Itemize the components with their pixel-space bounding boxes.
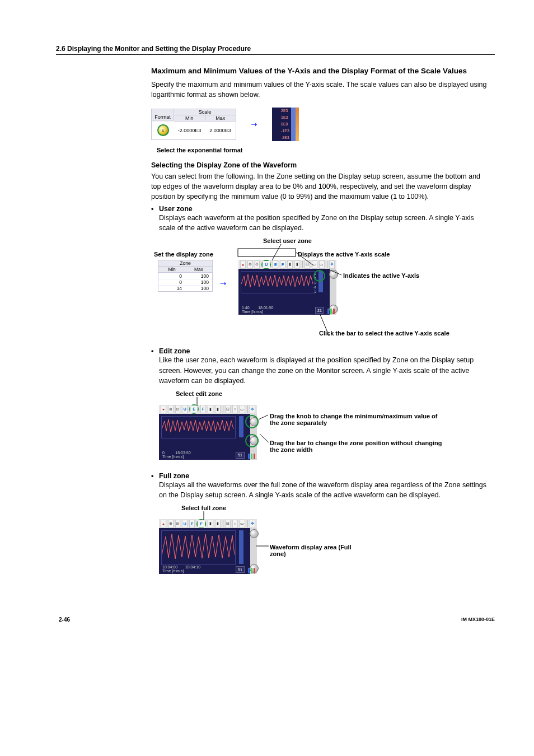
rect-icon[interactable]: ▭ bbox=[319, 260, 325, 269]
zoom-out-icon[interactable]: ⊖ bbox=[175, 520, 181, 528]
bullet-icon: • bbox=[151, 472, 159, 480]
zone-slider[interactable] bbox=[330, 269, 336, 315]
zoom-in-icon[interactable]: ⊕ bbox=[247, 260, 253, 269]
line-icon[interactable]: ○ bbox=[312, 260, 317, 269]
knob-top[interactable] bbox=[250, 529, 259, 538]
mode-icon[interactable]: ▮ bbox=[215, 520, 221, 528]
time-axis: 18:04:00 18:04:10Time [h:m:s] bbox=[162, 565, 200, 573]
move-icon[interactable]: ✥ bbox=[250, 405, 255, 413]
table-row[interactable]: 34100 bbox=[158, 285, 212, 291]
snap-icon[interactable]: ⊟ bbox=[225, 405, 231, 413]
caption-set-zone: Set the display zone bbox=[154, 251, 213, 258]
caption-click-bar: Click the bar to select the active Y-axi… bbox=[319, 330, 449, 337]
move-icon[interactable]: ✥ bbox=[250, 520, 255, 528]
heading-max-min: Maximum and Minimum Values of the Y-Axis… bbox=[151, 65, 487, 77]
waveform-area[interactable] bbox=[241, 271, 315, 293]
waveform-area[interactable] bbox=[161, 530, 236, 565]
snap-icon[interactable]: ⊟ bbox=[225, 520, 231, 528]
svg-line-1 bbox=[272, 244, 281, 260]
channel-bars[interactable] bbox=[248, 454, 255, 459]
knob-top[interactable] bbox=[329, 270, 338, 279]
time-axis: 0 18:03:50Time [h:m:s] bbox=[162, 451, 191, 459]
bullet-edit-zone: Edit zone bbox=[159, 347, 190, 355]
time-axis: 1:40 18:01:50Time [h:m:s] bbox=[242, 306, 273, 314]
separator bbox=[302, 261, 303, 268]
y-axis-strip[interactable] bbox=[239, 416, 243, 437]
rect-icon[interactable]: ▭ bbox=[240, 405, 245, 413]
arrow-icon: ➝ bbox=[251, 120, 257, 129]
user-zone-icon[interactable]: U bbox=[261, 260, 271, 269]
full-zone-icon[interactable]: F bbox=[280, 260, 285, 269]
format-scale-panel: Format Scale Min Max E -2.0000E3 2.0000E bbox=[151, 109, 236, 140]
zone-table-title: Zone bbox=[158, 260, 212, 267]
rect-icon[interactable]: ▭ bbox=[240, 520, 245, 528]
record-icon[interactable]: ● bbox=[161, 405, 166, 413]
zoom-in-icon[interactable]: ⊕ bbox=[168, 405, 174, 413]
table-row[interactable]: 0100 bbox=[158, 279, 212, 285]
zone-slider[interactable] bbox=[250, 528, 257, 574]
caption-active-axis: Indicates the active Y-axis bbox=[343, 272, 419, 279]
user-zone-icon[interactable]: U bbox=[182, 405, 188, 413]
log-scale-preview: 2E3 1E3 0E0 -1E3 -2E3 bbox=[272, 108, 296, 141]
caption-bar: Drag the bar to change the zone position… bbox=[270, 440, 443, 453]
mode-icon[interactable]: ▮ bbox=[208, 520, 213, 528]
min-value[interactable]: -2.0000E3 bbox=[174, 128, 205, 133]
bullet-icon: • bbox=[151, 347, 159, 355]
user-zone-desc: Displays each waveform at the position s… bbox=[159, 213, 487, 233]
separator bbox=[223, 520, 223, 528]
zone-max-head: Max bbox=[185, 267, 212, 272]
move-icon[interactable]: ✥ bbox=[329, 260, 335, 269]
record-icon[interactable]: ● bbox=[240, 260, 246, 269]
snap-icon[interactable]: ⊟ bbox=[305, 260, 310, 269]
bullet-full-zone: Full zone bbox=[159, 472, 189, 480]
exponent-format-button[interactable]: E bbox=[157, 124, 169, 136]
edit-zone-icon[interactable]: E bbox=[189, 404, 199, 414]
caption-select-full: Select full zone bbox=[181, 505, 226, 511]
svg-line-7 bbox=[260, 434, 269, 442]
table-row[interactable]: 0100 bbox=[158, 273, 212, 279]
caption-full-area: Waveform display area (Full zone) bbox=[270, 544, 359, 557]
waveform-area[interactable] bbox=[161, 416, 236, 438]
full-zone-desc: Displays all the waveforms over the full… bbox=[159, 480, 487, 500]
doc-id: IM MX180-01E bbox=[461, 617, 495, 623]
separator bbox=[247, 405, 248, 413]
chart-toolbar: ● ⊕ ⊖ U E F ▮ ▮ ⊟ ○ ▭ ✥ bbox=[159, 405, 257, 414]
arrow-icon: ➝ bbox=[220, 279, 227, 288]
monitor-chart-full[interactable]: ● ⊕ ⊖ U E F ▮ ▮ ⊟ ○ ▭ ✥ bbox=[159, 519, 257, 574]
max-value[interactable]: 2.0000E3 bbox=[205, 128, 236, 133]
zoom-in-icon[interactable]: ⊕ bbox=[168, 520, 174, 528]
chart-toolbar: ● ⊕ ⊖ U E F ▮ ▮ ⊟ ○ ▭ ✥ bbox=[238, 260, 336, 269]
edit-zone-icon[interactable]: E bbox=[189, 520, 195, 528]
para-max-min: Specify the maximum and minimum values o… bbox=[151, 80, 487, 100]
full-zone-icon[interactable]: F bbox=[196, 519, 206, 529]
svg-line-6 bbox=[259, 415, 268, 419]
zoom-out-icon[interactable]: ⊖ bbox=[255, 260, 260, 269]
monitor-chart-edit[interactable]: ● ⊕ ⊖ U E F ▮ ▮ ⊟ ○ ▭ ✥ bbox=[159, 405, 257, 460]
channel-bars[interactable] bbox=[327, 309, 335, 314]
channel-bars[interactable] bbox=[248, 568, 255, 573]
mode-icon[interactable]: ▮ bbox=[215, 405, 221, 413]
zoom-out-icon[interactable]: ⊖ bbox=[175, 405, 181, 413]
full-zone-icon[interactable]: F bbox=[200, 405, 206, 413]
record-icon[interactable]: ● bbox=[161, 520, 166, 528]
monitor-chart-user[interactable]: ● ⊕ ⊖ U E F ▮ ▮ ⊟ ○ ▭ ✥ bbox=[238, 260, 336, 315]
line-icon[interactable]: ○ bbox=[232, 405, 238, 413]
separator bbox=[327, 261, 327, 268]
edit-zone-icon[interactable]: E bbox=[273, 260, 278, 269]
user-zone-icon[interactable]: U bbox=[182, 520, 188, 528]
bullet-user-zone: User zone bbox=[159, 205, 193, 213]
mode-icon[interactable]: ▮ bbox=[208, 405, 213, 413]
mode-icon[interactable]: ▮ bbox=[294, 260, 300, 269]
line-icon[interactable]: ○ bbox=[232, 520, 238, 528]
bullet-icon: • bbox=[151, 205, 159, 213]
svg-rect-2 bbox=[238, 249, 296, 256]
y-axis-strip[interactable] bbox=[239, 530, 243, 564]
zone-table[interactable]: Zone Min Max 0100 0100 34100 bbox=[158, 260, 213, 292]
separator bbox=[223, 405, 223, 413]
active-axis-circle bbox=[313, 270, 325, 282]
caption-select-edit: Select edit zone bbox=[176, 390, 222, 397]
chart-toolbar: ● ⊕ ⊖ U E F ▮ ▮ ⊟ ○ ▭ ✥ bbox=[159, 519, 257, 528]
col-min: Min bbox=[174, 115, 205, 122]
mode-icon[interactable]: ▮ bbox=[287, 260, 293, 269]
heading-display-zone: Selecting the Display Zone of the Wavefo… bbox=[151, 161, 487, 169]
